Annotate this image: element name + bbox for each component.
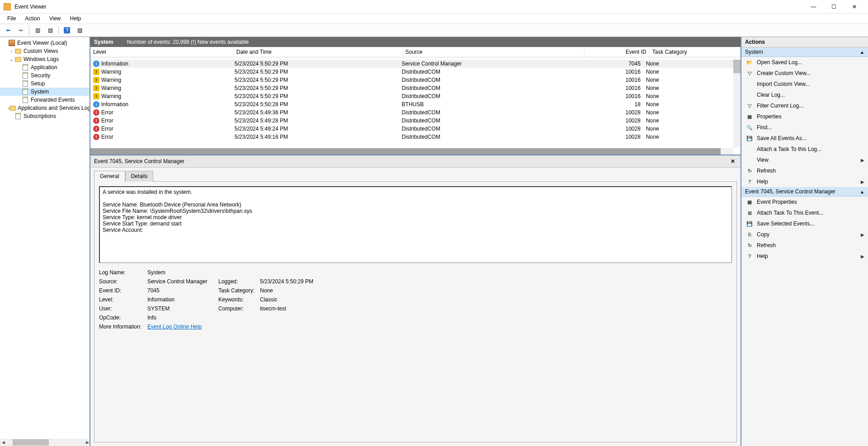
action-item[interactable]: View▶ xyxy=(741,155,868,165)
action-item[interactable]: Import Custom View... xyxy=(741,79,868,89)
scroll-left-icon[interactable]: ◀ xyxy=(0,439,6,446)
tree-label: Application xyxy=(31,64,57,70)
tab-details[interactable]: Details xyxy=(125,171,154,182)
scroll-thumb[interactable] xyxy=(13,439,49,446)
event-row[interactable]: !Error5/23/2024 5:49:16 PMDistributedCOM… xyxy=(90,133,733,141)
scroll-thumb[interactable] xyxy=(90,148,721,155)
col-header-datetime[interactable]: Date and Time xyxy=(233,47,402,57)
action-item[interactable]: ▦Properties xyxy=(741,111,868,122)
action-item[interactable]: 💾Save All Events As... xyxy=(741,133,868,144)
cell-source: Service Control Manager xyxy=(399,60,579,68)
event-row[interactable]: !Warning5/23/2024 5:50:29 PMDistributedC… xyxy=(90,84,733,92)
collapse-icon[interactable]: ▲ xyxy=(860,50,864,55)
collapse-icon[interactable]: ⌄ xyxy=(8,57,14,62)
action-item[interactable]: ▽Filter Current Log... xyxy=(741,100,868,111)
err-icon: ! xyxy=(93,117,99,124)
col-header-level[interactable]: Level xyxy=(90,47,233,57)
action-item[interactable]: ▦Event Properties xyxy=(741,197,868,207)
cell-eventid: 10016 xyxy=(579,92,643,100)
action-label: Properties xyxy=(757,113,782,120)
action-item[interactable]: ↻Refresh xyxy=(741,240,868,251)
tree-log-setup[interactable]: Setup xyxy=(0,80,90,88)
action-item[interactable]: ▽Create Custom View... xyxy=(741,68,868,79)
event-row[interactable]: !Warning5/23/2024 5:50:29 PMDistributedC… xyxy=(90,76,733,84)
label-opcode: OpCode: xyxy=(99,315,146,321)
submenu-arrow-icon: ▶ xyxy=(861,158,864,163)
err-icon: ! xyxy=(93,134,99,140)
event-hscrollbar[interactable] xyxy=(90,148,733,155)
label-level: Level: xyxy=(99,296,146,303)
properties-button[interactable]: ▤ xyxy=(45,25,56,36)
show-hide-action-button[interactable]: ▧ xyxy=(74,25,85,36)
action-item[interactable]: Clear Log... xyxy=(741,89,868,100)
cell-level: Error xyxy=(101,134,113,140)
tab-general[interactable]: General xyxy=(94,171,125,182)
tree-label: Security xyxy=(31,72,50,79)
action-item[interactable]: 📂Open Saved Log... xyxy=(741,57,868,68)
submenu-arrow-icon: ▶ xyxy=(861,232,864,237)
actions-section-system[interactable]: System ▲ xyxy=(741,47,868,57)
event-row[interactable]: !Error5/23/2024 5:49:24 PMDistributedCOM… xyxy=(90,125,733,133)
panel2-icon: ▧ xyxy=(77,27,82,33)
event-row[interactable]: iInformation5/23/2024 5:50:28 PMBTHUSB18… xyxy=(90,100,733,108)
action-item[interactable]: 💾Save Selected Events... xyxy=(741,218,868,229)
event-list[interactable]: Level Date and Time Source Event ID Task… xyxy=(90,47,741,155)
menu-view[interactable]: View xyxy=(45,14,66,23)
tree-app-services[interactable]: › Applications and Services Logs xyxy=(0,104,90,112)
tree-log-application[interactable]: Application xyxy=(0,63,90,71)
back-button[interactable]: ⬅ xyxy=(3,25,14,36)
action-item[interactable]: Attach a Task To this Log... xyxy=(741,144,868,155)
close-button[interactable]: ✕ xyxy=(844,0,864,13)
menu-help[interactable]: Help xyxy=(66,14,86,23)
col-header-eventid[interactable]: Event ID xyxy=(585,47,650,57)
forward-button[interactable]: ➡ xyxy=(15,25,26,36)
menu-file[interactable]: File xyxy=(3,14,20,23)
cell-source: DistributedCOM xyxy=(399,133,579,141)
minimize-button[interactable]: — xyxy=(803,0,824,13)
cell-category: None xyxy=(643,84,733,92)
event-row[interactable]: !Warning5/23/2024 5:50:29 PMDistributedC… xyxy=(90,92,733,100)
event-description[interactable]: A service was installed in the system. S… xyxy=(99,186,732,263)
menu-action[interactable]: Action xyxy=(20,14,44,23)
action-item[interactable]: ?Help▶ xyxy=(741,251,868,262)
event-fields: Log Name: System Source: Service Control… xyxy=(99,269,732,330)
value-computer: itsecm-test xyxy=(260,305,350,312)
tree-subscriptions[interactable]: Subscriptions xyxy=(0,112,90,120)
tree-root[interactable]: Event Viewer (Local) xyxy=(0,39,90,47)
action-item[interactable]: ⊞Attach Task To This Event... xyxy=(741,207,868,218)
link-online-help[interactable]: Event Log Online Help xyxy=(147,324,202,330)
close-detail-button[interactable]: ✕ xyxy=(729,157,737,165)
help-button[interactable]: ? xyxy=(61,25,72,36)
event-row[interactable]: !Error5/23/2024 5:49:36 PMDistributedCOM… xyxy=(90,108,733,117)
action-item[interactable]: ↻Refresh xyxy=(741,165,868,176)
event-row[interactable]: !Warning5/23/2024 5:50:29 PMDistributedC… xyxy=(90,68,733,76)
action-item[interactable]: ⎘Copy▶ xyxy=(741,229,868,240)
action-item[interactable]: ?Help▶ xyxy=(741,176,868,187)
tree-log-security[interactable]: Security xyxy=(0,71,90,80)
detail-title: Event 7045, Service Control Manager xyxy=(94,158,729,164)
tree-custom-views[interactable]: › Custom Views xyxy=(0,47,90,55)
maximize-button[interactable]: ☐ xyxy=(824,0,844,13)
collapse-icon[interactable]: ▲ xyxy=(860,189,864,194)
tree-log-forwarded[interactable]: Forwarded Events xyxy=(0,96,90,104)
scroll-right-icon[interactable]: ▶ xyxy=(84,439,90,446)
event-row[interactable]: iInformation5/23/2024 5:50:29 PMService … xyxy=(90,60,733,68)
scroll-thumb[interactable] xyxy=(733,60,741,73)
col-header-category[interactable]: Task Category xyxy=(649,47,740,57)
tree-windows-logs[interactable]: ⌄ Windows Logs xyxy=(0,55,90,63)
col-header-source[interactable]: Source xyxy=(402,47,585,57)
folder-icon xyxy=(14,47,22,55)
expand-icon[interactable]: › xyxy=(8,49,14,54)
show-hide-tree-button[interactable]: ▥ xyxy=(32,25,43,36)
event-vscrollbar[interactable] xyxy=(733,60,741,147)
navigation-tree[interactable]: Event Viewer (Local) › Custom Views ⌄ Wi… xyxy=(0,37,90,446)
action-item[interactable]: 🔍Find... xyxy=(741,122,868,133)
value-logged: 5/23/2024 5:50:29 PM xyxy=(260,278,350,285)
tree-label: Setup xyxy=(31,80,45,87)
actions-section-label: System xyxy=(745,49,763,55)
action-icon: ⎘ xyxy=(746,231,753,238)
tree-hscrollbar[interactable]: ◀ ▶ xyxy=(0,439,90,446)
actions-section-event[interactable]: Event 7045, Service Control Manager ▲ xyxy=(741,187,868,197)
tree-log-system[interactable]: System xyxy=(0,88,90,96)
event-row[interactable]: !Error5/23/2024 5:49:28 PMDistributedCOM… xyxy=(90,117,733,125)
